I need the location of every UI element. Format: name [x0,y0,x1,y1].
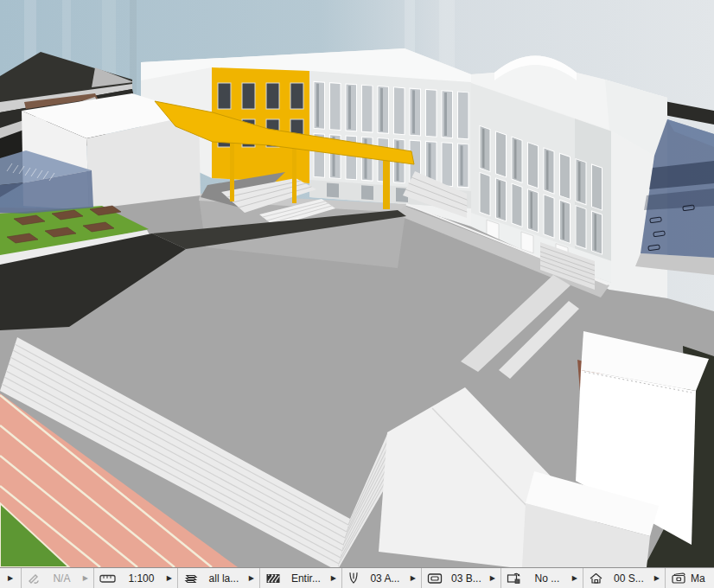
quickbar-expander[interactable]: ▶ [0,568,22,588]
quickbar-scale[interactable]: 1:100 ▶ [94,568,178,588]
quickbar-stories[interactable]: 00 S... ▶ [583,568,666,588]
quickbar-pen-set[interactable]: 03 A... ▶ [342,568,422,588]
partial-structure-icon [265,572,281,585]
quickbar-styles[interactable]: Ma [666,568,714,588]
pen-rotate-icon [27,572,41,585]
quickbar-reference[interactable]: N/A ▶ [22,568,94,588]
pen-icon [347,572,360,585]
ruler-icon [99,572,116,585]
home-icon [589,572,603,585]
quickbar-renovation-filter[interactable]: No ... ▶ [501,568,583,588]
quick-options-bar: ▶ N/A ▶ 1:100 ▶ all la... ▶ [0,567,714,588]
renovation-icon [507,572,522,585]
quickbar-partial-structure[interactable]: Entir... ▶ [260,568,342,588]
camera-icon [671,572,687,585]
quickbar-layers[interactable]: all la... ▶ [178,568,260,588]
archicad-window: ▶ N/A ▶ 1:100 ▶ all la... ▶ [0,0,714,588]
canopy-post [230,141,234,201]
layers-icon [183,572,199,585]
canopy-post [383,159,390,209]
model-view-icon [427,572,443,585]
canopy-post [292,148,296,203]
quickbar-model-view-options[interactable]: 03 B... ▶ [422,568,501,588]
3d-viewport[interactable] [0,0,714,567]
chevron-right-icon: ▶ [8,575,13,582]
